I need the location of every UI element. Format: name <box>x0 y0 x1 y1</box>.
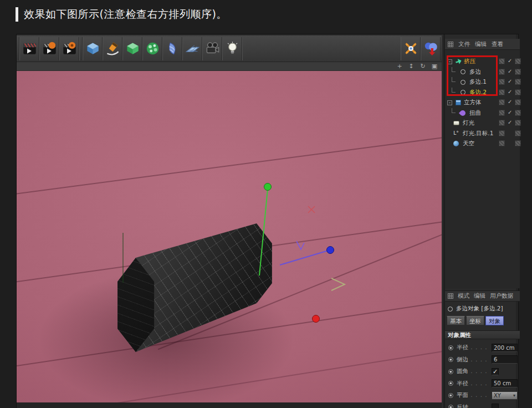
app-window: + ↕ ↻ ▣ <box>17 34 518 408</box>
sky-icon <box>453 141 459 146</box>
keyframe-circle-icon[interactable] <box>448 405 453 408</box>
right-panel: 文件 编辑 查看 - 挤压 ✓ 多边 ✓ <box>443 34 518 408</box>
field-sides: 侧边 <box>445 355 520 365</box>
snap-spheres-icon[interactable] <box>421 37 441 60</box>
render-picture-viewer-icon[interactable] <box>39 37 59 60</box>
tree-item-bend[interactable]: 扭曲 ✓ <box>445 108 520 118</box>
radius-input[interactable] <box>492 344 518 352</box>
plane-select[interactable]: XY ▾ <box>492 391 518 400</box>
visibility-toggle[interactable] <box>499 120 505 126</box>
visibility-toggle[interactable] <box>499 99 505 105</box>
target-light-icon: L° <box>453 131 459 136</box>
field-plane: 平面 XY ▾ <box>445 390 520 400</box>
keyframe-circle-icon[interactable] <box>448 381 453 386</box>
tree-item-cube[interactable]: - 立方体 ✓ <box>445 98 520 108</box>
tab-basic[interactable]: 基本 <box>447 316 465 325</box>
sides-input[interactable] <box>492 355 518 364</box>
fillet-radius-input[interactable] <box>492 379 518 387</box>
generator-sphere-icon[interactable] <box>142 37 162 60</box>
tab-coordinates[interactable]: 坐标 <box>466 316 484 325</box>
visibility-toggle[interactable] <box>499 130 505 136</box>
nside-spline-icon <box>448 307 453 312</box>
menu-view[interactable]: 查看 <box>492 40 503 48</box>
menu-userdata[interactable]: 用户数据 <box>490 292 513 300</box>
attribute-manager-menubar: 模式 编辑 用户数据 <box>445 290 520 302</box>
panel-grid-icon[interactable] <box>448 293 453 299</box>
floor-environment-icon[interactable] <box>182 37 202 60</box>
tree-item-light-target[interactable]: L° 灯光.目标.1 <box>445 129 520 139</box>
field-radius: 半径 <box>445 343 520 353</box>
enable-checkmark-icon[interactable]: ✓ <box>508 58 512 64</box>
tree-item-sky[interactable]: 天空 <box>445 139 520 149</box>
layer-toggle[interactable] <box>515 89 521 95</box>
toolbar-right-group <box>401 37 441 60</box>
keyframe-circle-icon[interactable] <box>448 357 453 362</box>
enable-checkmark-icon[interactable]: ✓ <box>508 78 512 84</box>
visibility-toggle[interactable] <box>499 110 505 116</box>
keyframe-circle-icon[interactable] <box>448 393 453 398</box>
spline-pen-icon[interactable] <box>103 37 122 60</box>
keyframe-circle-icon[interactable] <box>448 369 453 374</box>
light-icon <box>453 121 459 125</box>
layer-toggle[interactable] <box>515 120 521 126</box>
main-toolbar <box>17 35 442 62</box>
layer-toggle[interactable] <box>515 69 521 75</box>
attribute-tabs: 基本 坐标 对象 <box>447 316 504 325</box>
chevron-down-icon: ▾ <box>513 393 515 398</box>
keyframe-circle-icon[interactable] <box>448 345 453 350</box>
enable-checkmark-icon[interactable]: ✓ <box>508 119 512 125</box>
expander-icon[interactable]: - <box>447 100 452 105</box>
heading-accent-bar <box>16 7 18 22</box>
visibility-toggle[interactable] <box>499 89 505 95</box>
visibility-toggle[interactable] <box>499 58 505 64</box>
enable-checkmark-icon[interactable]: ✓ <box>508 68 512 74</box>
field-fillet: 圆角 ✓ <box>445 366 520 376</box>
cube-icon <box>456 100 461 105</box>
object-properties-header: 对象属性 <box>445 330 520 339</box>
rotate-icon[interactable]: ↻ <box>419 63 427 70</box>
light-icon[interactable] <box>222 37 242 60</box>
camera-icon[interactable] <box>202 37 222 60</box>
render-settings-icon[interactable] <box>59 37 79 60</box>
layer-toggle[interactable] <box>515 58 521 64</box>
render-view-icon[interactable] <box>19 37 39 60</box>
axis-crosshair-icon[interactable] <box>401 37 421 60</box>
object-manager-menubar: 文件 编辑 查看 <box>445 39 520 50</box>
field-reverse: 反转 <box>445 402 520 408</box>
subdivision-surface-icon[interactable] <box>122 37 142 60</box>
floor-grid-line <box>17 126 442 200</box>
tree-connector <box>452 108 456 113</box>
layer-toggle[interactable] <box>515 110 521 116</box>
x-axis-mark <box>308 206 315 213</box>
menu-edit[interactable]: 编辑 <box>475 40 487 48</box>
visibility-toggle[interactable] <box>499 69 505 75</box>
zoom-icon[interactable]: ↕ <box>407 63 415 70</box>
window-bottom-edge <box>17 402 442 408</box>
panel-grid-icon[interactable] <box>448 42 453 47</box>
layer-toggle[interactable] <box>515 140 521 146</box>
light-direction-arrow <box>331 278 345 290</box>
visibility-toggle[interactable] <box>499 79 505 85</box>
pan-icon[interactable]: + <box>396 63 403 70</box>
reverse-checkbox[interactable] <box>492 404 499 408</box>
cube-primitive-icon[interactable] <box>83 37 103 60</box>
layer-toggle[interactable] <box>515 130 521 136</box>
tree-item-light[interactable]: 灯光 ✓ <box>445 118 520 128</box>
fillet-checkbox[interactable]: ✓ <box>492 368 499 375</box>
toggle-view-icon[interactable]: ▣ <box>431 63 438 70</box>
menu-file[interactable]: 文件 <box>458 40 470 48</box>
bend-icon <box>459 109 467 116</box>
extruded-polygon-object[interactable] <box>103 222 288 358</box>
layer-toggle[interactable] <box>515 99 521 105</box>
menu-mode[interactable]: 模式 <box>458 292 469 300</box>
deformer-icon[interactable] <box>162 37 182 60</box>
enable-checkmark-icon[interactable]: ✓ <box>508 99 512 105</box>
viewport[interactable] <box>17 71 442 402</box>
menu-edit[interactable]: 编辑 <box>474 292 485 300</box>
heading-text: 效果如下图所示(注意检查右方排列顺序)。 <box>24 7 227 22</box>
visibility-toggle[interactable] <box>499 140 505 146</box>
layer-toggle[interactable] <box>515 79 521 85</box>
tab-object[interactable]: 对象 <box>485 316 504 325</box>
enable-checkmark-icon[interactable]: ✓ <box>508 89 512 95</box>
enable-checkmark-icon[interactable]: ✓ <box>508 109 512 115</box>
